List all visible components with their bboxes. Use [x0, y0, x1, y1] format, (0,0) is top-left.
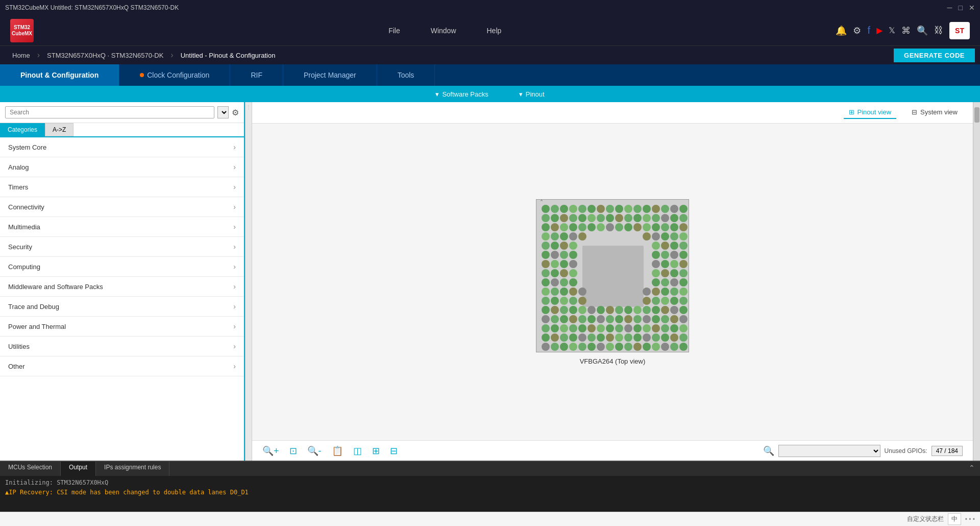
zoom-in-icon[interactable]: 🔍+ — [262, 445, 279, 457]
sidebar-tab-az[interactable]: A->Z — [45, 123, 74, 136]
svg-point-159 — [606, 324, 614, 332]
chip-diagram[interactable]: // This will be rendered via inline SVG … — [536, 199, 689, 352]
search-input[interactable] — [5, 106, 214, 118]
bc-home[interactable]: Home — [5, 50, 37, 61]
sidebar-item-other[interactable]: Other › — [0, 356, 244, 376]
link-icon[interactable]: ⛓ — [934, 25, 943, 36]
sidebar-item-system-core[interactable]: System Core › — [0, 137, 244, 157]
svg-point-87 — [569, 269, 577, 277]
sidebar-item-multimedia-label: Multimedia — [8, 223, 40, 231]
gpio-label: Unused GPIOs: — [885, 447, 927, 455]
sidebar-item-analog[interactable]: Analog › — [0, 157, 244, 177]
svg-point-171 — [569, 333, 577, 342]
tab-pinout-configuration[interactable]: Pinout & Configuration — [0, 64, 119, 86]
log-tab-output[interactable]: Output — [61, 462, 96, 476]
menu-file[interactable]: File — [388, 27, 400, 35]
menubar-right: 🔔 ⚙ f ▶ 𝕏 ⌘ 🔍 ⛓ ST — [836, 22, 970, 39]
svg-point-143 — [606, 315, 614, 323]
tab-tools[interactable]: Tools — [377, 64, 435, 86]
notification-icon[interactable]: 🔔 — [836, 25, 847, 36]
gpio-dropdown[interactable] — [778, 445, 880, 457]
facebook-icon[interactable]: f — [867, 25, 870, 36]
bc-device[interactable]: STM32N657X0HxQ · STM32N6570-DK — [40, 50, 170, 61]
sidebar-item-multimedia[interactable]: Multimedia › — [0, 217, 244, 237]
sidebar-tab-categories[interactable]: Categories — [0, 123, 45, 136]
sidebar-item-connectivity-label: Connectivity — [8, 203, 44, 211]
menu-help[interactable]: Help — [487, 27, 502, 35]
maximize-button[interactable]: □ — [959, 4, 963, 12]
export-icon[interactable]: 📋 — [332, 445, 343, 457]
log-line-warning: ▲IP Recovery: CSI mode has been changed … — [5, 488, 975, 497]
svg-point-81 — [661, 260, 669, 268]
twitter-icon[interactable]: 𝕏 — [889, 26, 895, 35]
svg-point-182 — [670, 333, 678, 342]
sidebar-item-timers[interactable]: Timers › — [0, 177, 244, 197]
search-dropdown[interactable] — [217, 106, 229, 118]
gpio-search-icon[interactable]: 🔍 — [763, 445, 774, 457]
svg-point-39 — [587, 223, 596, 231]
log-tab-ips[interactable]: IPs assignment rules — [96, 462, 169, 476]
sidebar-item-connectivity[interactable]: Connectivity › — [0, 197, 244, 217]
sidebar-item-utilities[interactable]: Utilities › — [0, 337, 244, 356]
status-lang[interactable]: 中 — [948, 513, 961, 525]
grid-icon[interactable]: ⊟ — [390, 445, 398, 457]
resize-dots: ⋮ — [246, 104, 251, 110]
bc-current[interactable]: Untitled - Pinout & Configuration — [174, 50, 283, 61]
svg-point-149 — [661, 315, 669, 323]
svg-point-22 — [578, 214, 586, 222]
columns-icon[interactable]: ⊞ — [372, 445, 380, 457]
fit-screen-icon[interactable]: ⊡ — [289, 445, 297, 457]
svg-point-79 — [569, 260, 577, 268]
svg-point-132 — [652, 306, 660, 314]
minimize-button[interactable]: ─ — [947, 4, 952, 12]
menu-window[interactable]: Window — [431, 27, 456, 35]
svg-point-104 — [578, 288, 586, 296]
pinout-view-icon: ⊞ — [849, 108, 854, 116]
sidebar-item-timers-label: Timers — [8, 183, 28, 191]
subtab-software-packs[interactable]: ▾ Software Packs — [435, 90, 488, 98]
svg-point-150 — [670, 315, 678, 323]
tab-project-manager[interactable]: Project Manager — [283, 64, 377, 86]
svg-point-105 — [643, 288, 651, 296]
youtube-icon[interactable]: ▶ — [876, 26, 883, 35]
settings-gear-icon[interactable]: ⚙ — [232, 108, 239, 117]
github-icon[interactable]: ⌘ — [901, 25, 911, 36]
tab-clock-configuration[interactable]: Clock Configuration — [119, 64, 230, 86]
svg-point-52 — [560, 232, 568, 241]
view-controls: ⊞ Pinout view ⊟ System view — [252, 102, 973, 124]
sidebar-item-security[interactable]: Security › — [0, 237, 244, 257]
split-icon[interactable]: ◫ — [353, 445, 362, 457]
subtab-pinout[interactable]: ▾ Pinout — [519, 90, 545, 98]
chevron-right-icon: › — [233, 203, 236, 211]
settings-icon[interactable]: ⚙ — [853, 25, 861, 36]
svg-point-38 — [578, 223, 586, 231]
tab-rif[interactable]: RIF — [230, 64, 283, 86]
generate-code-button[interactable]: GENERATE CODE — [894, 49, 975, 62]
log-expand-handle[interactable]: ⌃ — [964, 462, 980, 476]
pinout-view-button[interactable]: ⊞ Pinout view — [844, 106, 896, 119]
search-icon[interactable]: 🔍 — [917, 25, 928, 36]
close-button[interactable]: ✕ — [969, 4, 975, 12]
scroll-thumb[interactable] — [974, 107, 979, 123]
sidebar-item-middleware[interactable]: Middleware and Software Packs › — [0, 277, 244, 297]
system-view-button[interactable]: ⊟ System view — [906, 106, 963, 119]
svg-point-80 — [652, 260, 660, 268]
sidebar-item-trace-debug[interactable]: Trace and Debug › — [0, 297, 244, 317]
sidebar-item-power-thermal[interactable]: Power and Thermal › — [0, 317, 244, 337]
sidebar-item-computing[interactable]: Computing › — [0, 257, 244, 277]
svg-point-9 — [606, 205, 614, 213]
svg-point-93 — [551, 278, 559, 286]
log-tab-mcus[interactable]: MCUs Selection — [0, 462, 61, 476]
right-scrollbar[interactable] — [973, 102, 980, 461]
chevron-right-icon: › — [233, 362, 236, 370]
svg-point-158 — [597, 324, 605, 332]
svg-point-121 — [551, 306, 559, 314]
chevron-right-icon: › — [233, 183, 236, 191]
sidebar-resize-handle[interactable]: ⋮ — [245, 102, 252, 461]
svg-point-146 — [633, 315, 642, 323]
svg-point-181 — [661, 333, 669, 342]
svg-point-46 — [652, 223, 660, 231]
zoom-out-icon[interactable]: 🔍- — [307, 445, 322, 457]
svg-point-129 — [624, 306, 632, 314]
svg-point-122 — [560, 306, 568, 314]
